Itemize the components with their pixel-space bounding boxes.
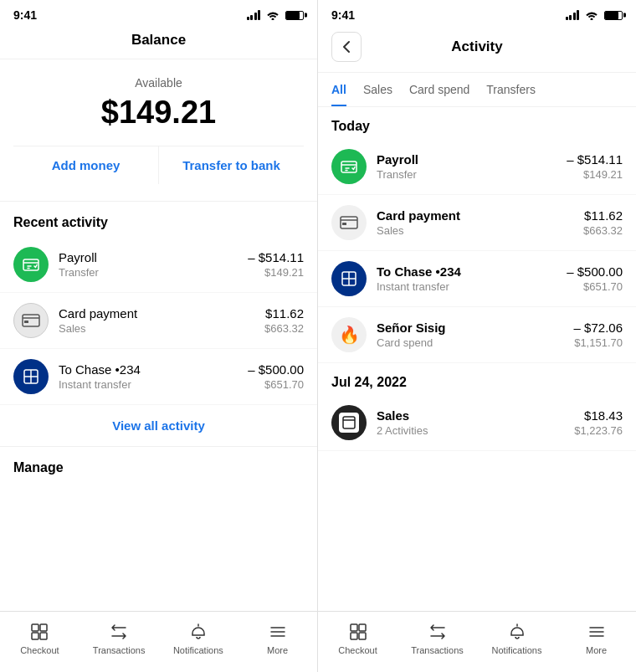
activity-item-card-payment[interactable]: Card payment Sales $11.62 $663.32 (0, 293, 317, 349)
transfer-to-bank-button[interactable]: Transfer to bank (159, 146, 304, 184)
available-label: Available (13, 76, 304, 90)
r-senor-name: Señor Sisig (377, 321, 574, 335)
nav-transactions-left[interactable]: Transactions (80, 618, 159, 659)
r-sales-info: Sales 2 Activities (377, 408, 574, 437)
nav-checkout-right[interactable]: Checkout (318, 618, 398, 659)
r-card-payment-icon (331, 205, 367, 240)
svg-rect-7 (40, 633, 47, 639)
notifications-icon-right (507, 622, 527, 642)
nav-more-label-left: More (267, 645, 288, 655)
date-group-jul24: Jul 24, 2022 (318, 363, 636, 395)
svg-rect-16 (343, 417, 355, 428)
r-chase-primary: – $500.00 (567, 264, 623, 279)
card-payment-sub: Sales (59, 322, 264, 335)
add-money-button[interactable]: Add money (13, 146, 159, 184)
r-sales-secondary: $1,223.76 (574, 424, 623, 437)
r-senor-icon: 🔥 (331, 317, 367, 352)
r-payroll-secondary: $149.21 (567, 168, 623, 181)
chase-primary: – $500.00 (248, 362, 304, 377)
svg-rect-6 (32, 633, 38, 639)
nav-more-right[interactable]: More (556, 618, 636, 659)
r-sales-name: Sales (377, 408, 574, 423)
back-button[interactable] (331, 32, 362, 62)
r-card-payment-sub: Sales (377, 224, 583, 237)
r-payroll-amounts: – $514.11 $149.21 (567, 152, 623, 181)
svg-rect-21 (359, 633, 366, 639)
r-activity-chase[interactable]: To Chase •234 Instant transfer – $500.00… (318, 251, 636, 307)
r-activity-payroll[interactable]: Payroll Transfer – $514.11 $149.21 (318, 139, 636, 195)
r-payroll-name: Payroll (377, 152, 567, 167)
time-right: 9:41 (331, 8, 355, 22)
more-icon-right (587, 622, 607, 642)
r-chase-name: To Chase •234 (377, 264, 567, 279)
svg-rect-18 (351, 624, 357, 631)
battery-icon (285, 11, 304, 20)
activity-item-payroll[interactable]: Payroll Transfer – $514.11 $149.21 (0, 237, 317, 293)
r-card-payment-secondary: $663.32 (583, 224, 623, 237)
status-icons-left (247, 10, 305, 20)
nav-more-label-right: More (586, 645, 607, 655)
nav-notifications-label-left: Notifications (173, 645, 223, 655)
svg-rect-2 (24, 321, 28, 323)
r-senor-secondary: $1,151.70 (574, 336, 623, 349)
nav-notifications-right[interactable]: Notifications (477, 618, 556, 659)
chase-icon (13, 359, 49, 394)
nav-checkout-label-right: Checkout (338, 645, 377, 655)
payroll-sub: Transfer (59, 266, 248, 279)
chase-sub: Instant transfer (59, 378, 248, 391)
view-all-activity-button[interactable]: View all activity (0, 405, 317, 447)
r-senor-primary: – $72.06 (574, 321, 623, 335)
tab-all[interactable]: All (331, 83, 346, 106)
nav-more-left[interactable]: More (238, 618, 317, 659)
r-chase-amounts: – $500.00 $651.70 (567, 264, 623, 293)
tab-transfers[interactable]: Transfers (486, 83, 536, 106)
balance-screen: 9:41 Balance (0, 0, 318, 672)
r-card-payment-info: Card payment Sales (377, 208, 583, 237)
r-sales-amounts: $18.43 $1,223.76 (574, 408, 623, 437)
signal-icon (247, 10, 261, 20)
card-payment-secondary: $663.32 (264, 322, 304, 335)
svg-rect-19 (359, 624, 366, 631)
bottom-nav-left: Checkout Transactions (0, 611, 317, 672)
status-bar-left: 9:41 (0, 0, 317, 25)
transactions-icon (109, 622, 129, 642)
balance-section: Available $149.21 Add money Transfer to … (0, 59, 317, 202)
r-chase-sub: Instant transfer (377, 280, 567, 293)
payroll-secondary: $149.21 (248, 266, 304, 279)
tab-card-spend[interactable]: Card spend (409, 83, 469, 106)
r-payroll-info: Payroll Transfer (377, 152, 567, 181)
r-sales-icon (331, 405, 367, 440)
card-payment-primary: $11.62 (264, 306, 304, 321)
manage-header: Manage (0, 447, 317, 482)
r-activity-card-payment[interactable]: Card payment Sales $11.62 $663.32 (318, 195, 636, 251)
chase-amounts: – $500.00 $651.70 (248, 362, 304, 391)
r-chase-icon (331, 261, 367, 296)
r-activity-sales[interactable]: Sales 2 Activities $18.43 $1,223.76 (318, 395, 636, 451)
battery-icon-right (604, 11, 623, 20)
activity-title: Activity (372, 38, 623, 55)
status-icons-right (566, 10, 623, 20)
checkout-icon (29, 622, 49, 642)
time-left: 9:41 (13, 8, 37, 22)
nav-transactions-right[interactable]: Transactions (398, 618, 477, 659)
nav-transactions-label-left: Transactions (93, 645, 146, 655)
r-activity-senor-sisig[interactable]: 🔥 Señor Sisig Card spend – $72.06 $1,151… (318, 307, 636, 363)
recent-activity-header: Recent activity (0, 202, 317, 237)
r-senor-amounts: – $72.06 $1,151.70 (574, 321, 623, 349)
more-icon-left (268, 622, 288, 642)
bottom-nav-right: Checkout Transactions (318, 611, 636, 672)
tab-sales[interactable]: Sales (363, 83, 392, 106)
r-card-payment-primary: $11.62 (583, 208, 623, 223)
signal-icon-right (566, 10, 580, 20)
activity-item-chase[interactable]: To Chase •234 Instant transfer – $500.00… (0, 349, 317, 405)
balance-title: Balance (0, 25, 317, 59)
nav-notifications-left[interactable]: Notifications (159, 618, 238, 659)
wifi-icon (266, 10, 280, 20)
filter-tabs: All Sales Card spend Transfers (318, 73, 636, 107)
r-senor-info: Señor Sisig Card spend (377, 321, 574, 349)
r-card-payment-name: Card payment (377, 208, 583, 223)
chase-info: To Chase •234 Instant transfer (59, 362, 248, 391)
status-bar-right: 9:41 (318, 0, 636, 25)
nav-checkout-left[interactable]: Checkout (0, 618, 80, 659)
activity-header: Activity (318, 25, 636, 73)
